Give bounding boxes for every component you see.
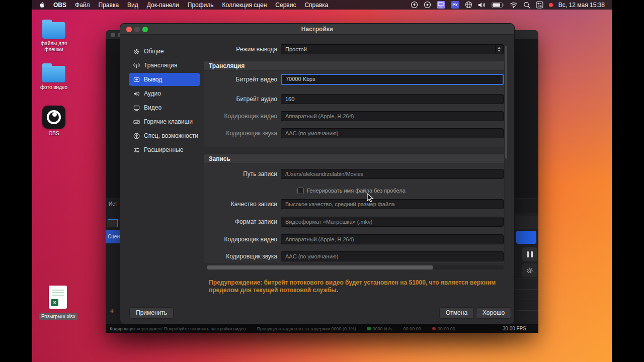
sidebar-item-label: Общие [144, 48, 164, 55]
recording-format-select[interactable]: Видеоформат «Матрёшка» (.mkv) [281, 217, 504, 227]
desktop-icon-label: OBS [35, 131, 73, 137]
battery-icon[interactable] [492, 2, 504, 8]
monitor-icon [133, 105, 140, 111]
stream-audio-encoder-label: Кодировщик звука [171, 128, 277, 138]
stream-video-encoder-select[interactable]: Аппаратный (Apple, H.264) [281, 111, 504, 121]
mouse-cursor [367, 193, 374, 206]
close-icon[interactable] [111, 33, 115, 37]
ok-button[interactable]: Хорошо [476, 307, 511, 319]
pause-button[interactable] [522, 247, 537, 261]
encoder-overload-warning: Кодировщик перегружен! Попробуйте понизи… [110, 326, 246, 331]
stream-video-encoder-label: Кодировщик видео [171, 111, 277, 121]
output-mode-select[interactable]: Простой [281, 44, 504, 54]
filename-no-space-label: Генерировать имя файла без пробела [307, 188, 406, 194]
dialog-title: Настройки [120, 26, 514, 33]
stream-audio-encoder-select[interactable]: AAC (по умолчанию) [281, 128, 504, 138]
status-bar: Кодировщик перегружен! Попробуйте понизи… [106, 324, 538, 333]
desktop-icon-label: фото видео [35, 84, 73, 90]
wifi-icon[interactable] [510, 2, 518, 8]
horizontal-scrollbar-thumb[interactable] [207, 265, 433, 269]
network-globe-icon[interactable] [465, 1, 472, 9]
settings-gear-button[interactable] [522, 263, 537, 277]
menu-docks[interactable]: Док-панели [147, 2, 179, 9]
dialog-titlebar[interactable]: Настройки [120, 24, 514, 35]
menubar-clock[interactable]: Вс, 12 мая 15:38 [558, 2, 605, 9]
desktop-icon-obs[interactable]: OBS [35, 106, 73, 137]
streaming-group-header: Трансляция [204, 61, 505, 71]
start-streaming-button[interactable] [516, 231, 536, 244]
recording-quality-select[interactable]: Высокое качество, средний размер файла [281, 199, 504, 209]
menu-app-name[interactable]: OBS [53, 2, 66, 9]
dropped-frames-status: Пропущено кадров из-за задержки 0000 (0.… [257, 326, 356, 331]
rec-audio-encoder-label: Кодировщик звука [171, 251, 277, 261]
scene-list-item[interactable]: Сцен [106, 230, 120, 243]
scene-thumbnail[interactable] [108, 219, 118, 227]
recording-format-label: Формат записи [171, 217, 277, 227]
vertical-scrollbar-thumb[interactable] [505, 46, 507, 159]
folder-icon [42, 66, 65, 82]
stream-timer: 00:00:00 [404, 326, 421, 331]
video-bitrate-label: Битрейт видео [171, 74, 277, 84]
menu-help[interactable]: Справка [304, 2, 328, 9]
audio-bitrate-select[interactable]: 160 [281, 94, 504, 104]
desktop-icon-folder-photo[interactable]: фото видео [35, 66, 73, 90]
accessibility-icon [133, 133, 140, 139]
menu-tools[interactable]: Сервис [275, 2, 296, 9]
cancel-button[interactable]: Отмена [439, 307, 474, 319]
sidebar-item-label: Видео [144, 104, 162, 111]
sliders-icon [133, 147, 140, 153]
sidebar-item-advanced[interactable]: Расширенные [129, 143, 200, 156]
select-stepper-icon[interactable] [495, 45, 503, 53]
menu-view[interactable]: Вид [127, 2, 138, 9]
recording-quality-label: Качество записи [171, 199, 277, 209]
recording-group-header: Запись [204, 154, 505, 164]
sidebar-item-stream[interactable]: Трансляция [129, 59, 200, 72]
volume-icon[interactable] [478, 2, 486, 8]
sources-dock-label: Ист [109, 201, 117, 207]
settings-dialog: Настройки Общие Трансляция Вывод Аудио В… [120, 23, 515, 324]
audio-bitrate-label: Битрейт аудио [171, 94, 277, 104]
output-icon [133, 76, 140, 83]
sidebar-item-label: Расширенные [144, 146, 184, 153]
recording-path-input[interactable]: /Users/aleksandrzulabin/Movies [281, 169, 504, 179]
desktop-icon-folder-flash[interactable]: файлы для флешки [35, 22, 73, 53]
sidebar-item-label: Трансляция [144, 62, 177, 69]
menubar-extra-icon-2[interactable] [424, 1, 431, 9]
control-center-icon[interactable] [536, 1, 543, 9]
desktop-icon-label: Розыгрыш.xlsx [39, 313, 78, 320]
recording-path-label: Путь записи [171, 169, 277, 179]
sidebar-item-label: Аудио [144, 90, 161, 97]
input-language-badge[interactable]: РУ [451, 1, 459, 9]
menu-bar: OBS Файл Правка Вид Док-панели Профиль К… [32, 0, 612, 10]
menu-profile[interactable]: Профиль [188, 2, 214, 9]
rec-audio-encoder-select[interactable]: AAC (по умолчанию) [281, 251, 504, 261]
excel-file-icon: X [49, 286, 67, 309]
menu-edit[interactable]: Правка [99, 2, 119, 9]
rec-video-encoder-select[interactable]: Аппаратный (Apple, H.264) [281, 234, 504, 244]
filename-no-space-checkbox[interactable] [297, 188, 304, 194]
search-icon[interactable] [523, 2, 530, 9]
menu-file[interactable]: Файл [75, 2, 90, 9]
rec-video-encoder-label: Кодировщик видео [171, 234, 277, 244]
desktop-icon-label: файлы для флешки [35, 41, 73, 53]
connection-status-icon [367, 327, 371, 330]
menu-scene-collection[interactable]: Коллекция сцен [222, 2, 267, 9]
left-letterbox [0, 0, 32, 362]
folder-icon [42, 22, 65, 39]
apple-menu-icon[interactable] [38, 2, 45, 9]
desktop-icon-xlsx[interactable]: X Розыгрыш.xlsx [39, 286, 77, 320]
video-bitrate-input[interactable]: 70000 Kbps [281, 74, 504, 85]
speaker-icon [133, 90, 140, 97]
gear-icon [526, 267, 533, 274]
screen-sharing-icon[interactable] [437, 1, 445, 9]
apply-button[interactable]: Применить [129, 307, 174, 319]
menubar-extra-icon-1[interactable] [411, 1, 418, 9]
obs-app-icon [42, 106, 65, 129]
recording-indicator-icon[interactable] [549, 3, 553, 7]
right-letterbox [612, 0, 644, 362]
fps-status: 30.00 FPS [503, 326, 526, 331]
gear-icon [133, 48, 140, 55]
sidebar-item-label: Вывод [144, 76, 162, 83]
bitrate-status: 0000 kb/s [367, 326, 392, 331]
add-source-button[interactable]: + [110, 307, 114, 316]
